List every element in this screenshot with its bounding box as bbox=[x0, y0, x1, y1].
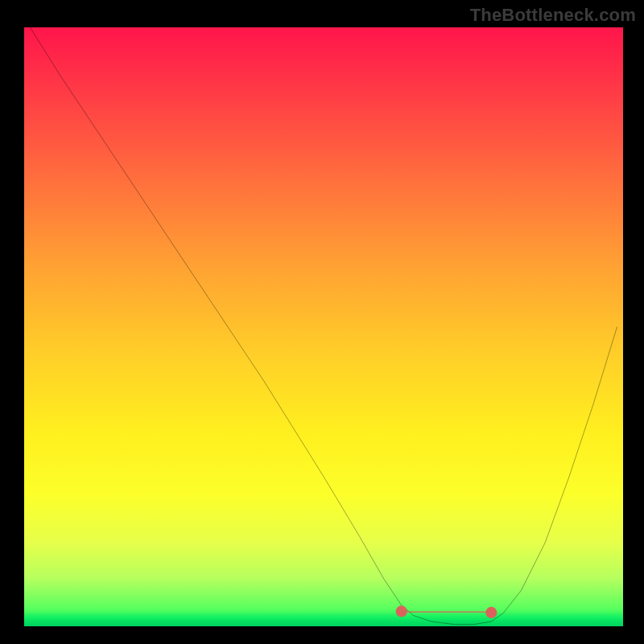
flat-min-marker-right bbox=[485, 607, 497, 618]
chart-frame: TheBottleneck.com bbox=[0, 0, 644, 644]
plot-area bbox=[24, 27, 623, 626]
curve-layer bbox=[24, 27, 623, 626]
flat-min-marker-left bbox=[396, 605, 407, 617]
bottleneck-curve-path bbox=[30, 27, 617, 625]
watermark-text: TheBottleneck.com bbox=[470, 5, 636, 26]
